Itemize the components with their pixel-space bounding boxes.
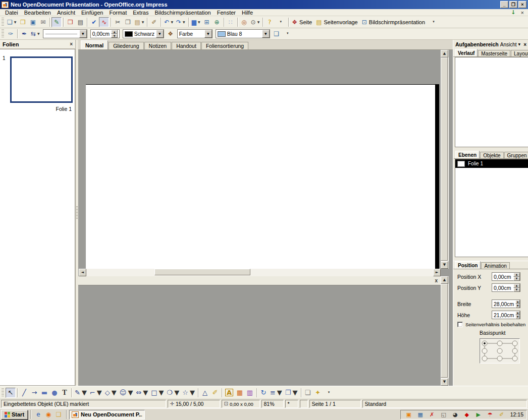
stars-button[interactable]: ☆▼ [181, 388, 196, 398]
arrange-button[interactable]: ❐▼ [284, 388, 299, 398]
pos-y-field[interactable]: 0,00cm ▲▼ [492, 283, 520, 292]
presentation-toolbar-options-button[interactable]: ▾ [429, 17, 439, 27]
rectangle-button[interactable]: ▬ [39, 388, 49, 398]
hyperlink-button[interactable]: ⊕ [212, 17, 222, 27]
callouts-dropdown-arrow[interactable]: ▼ [174, 389, 179, 396]
menu-item-einf-gen[interactable]: Einfügen [78, 9, 106, 16]
select-button[interactable]: ↖ [6, 388, 16, 398]
fill-type-select[interactable]: Farbe ▼ [177, 29, 213, 38]
new-document-button[interactable]: ❏▼ [6, 17, 18, 27]
fontwork-button[interactable]: A [224, 388, 235, 398]
history-list[interactable] [455, 57, 528, 147]
slide-design-button[interactable]: ▤Seitenvorlage [314, 17, 360, 27]
fill-type-value[interactable]: Farbe [178, 31, 204, 37]
standard-toolbar-options-button[interactable]: ▾ [276, 17, 286, 27]
basepoint-grid-graphic[interactable] [482, 340, 518, 362]
connector-button[interactable]: ⌐▼ [88, 388, 103, 398]
menu-item-ansicht[interactable]: Ansicht [54, 9, 78, 16]
interaction-button[interactable]: ✦ [313, 388, 323, 398]
pos-y-down[interactable]: ▼ [513, 288, 520, 292]
line-color-dropdown-arrow[interactable]: ▼ [156, 30, 164, 38]
menu-item-extras[interactable]: Extras [130, 9, 151, 16]
height-value[interactable]: 21,00cm [492, 312, 515, 318]
from-file-button[interactable]: ▦ [235, 388, 245, 398]
line-color-value[interactable]: Schwarz [133, 31, 156, 37]
gallery-button[interactable]: ▥ [245, 388, 255, 398]
pos-y-value[interactable]: 0,00cm [492, 285, 513, 291]
pos-x-field[interactable]: 0,00cm ▲▼ [492, 272, 520, 281]
save-document-button[interactable]: ▣ [28, 17, 38, 27]
fill-color-dropdown-arrow[interactable]: ▼ [262, 30, 270, 38]
height-down[interactable]: ▼ [515, 315, 520, 319]
line-width-up[interactable]: ▲ [111, 30, 118, 34]
open-document-button[interactable]: ❒ [18, 17, 28, 27]
display-grid-button[interactable]: ∷ [226, 17, 236, 27]
task-tab-verlauf[interactable]: Verlauf [455, 49, 478, 56]
layer-tab-ebenen[interactable]: Ebenen [455, 151, 480, 158]
menu-item-datei[interactable]: Datei [2, 9, 21, 16]
layer-tab-gruppen[interactable]: Gruppen [504, 152, 528, 158]
scroll-down-button[interactable]: ▼ [441, 261, 448, 269]
stars-dropdown-arrow[interactable]: ▼ [190, 389, 195, 396]
line-style-select[interactable]: ▼ [43, 29, 87, 38]
arrow-button[interactable]: → [29, 388, 39, 398]
width-field[interactable]: 28,00cm ▲▼ [492, 299, 520, 308]
scroll-right-button[interactable]: ► [433, 269, 441, 276]
ellipse-button[interactable]: ● [49, 388, 60, 398]
toolbar-grip[interactable] [2, 18, 4, 27]
width-up[interactable]: ▲ [515, 300, 520, 304]
auto-spellcheck-button[interactable]: ∿ [99, 17, 109, 27]
slide-thumbnail[interactable] [10, 56, 73, 103]
tray-alert[interactable]: ✗ [427, 410, 437, 419]
symbol-shapes-dropdown-arrow[interactable]: ▼ [128, 389, 133, 396]
tray-security[interactable]: ◱ [439, 410, 449, 419]
arrow-style-dropdown-arrow[interactable]: ▼ [37, 32, 40, 35]
block-arrows-button[interactable]: ⇔▼ [134, 388, 149, 398]
scroll-up-button[interactable]: ▲ [441, 50, 448, 57]
menu-item-bearbeiten[interactable]: Bearbeiten [21, 9, 54, 16]
tray-update[interactable]: ◕ [450, 410, 460, 419]
close-button[interactable]: × [518, 1, 526, 8]
position-tab-animation[interactable]: Animation [481, 262, 509, 269]
vertical-scrollbar-bottom[interactable]: ▲ ▼ [441, 276, 449, 386]
tray-quickstarter[interactable]: ▣ [404, 410, 414, 419]
toolbar-grip[interactable] [2, 388, 4, 397]
pos-x-value[interactable]: 0,00cm [492, 274, 513, 280]
document-load-icon[interactable]: ↓ [511, 10, 515, 15]
view-tab-foliensortierung[interactable]: Foliensortierung [201, 42, 248, 49]
slide-show-button[interactable]: ⊡Bildschirmpräsentation [360, 17, 428, 27]
new-document-dropdown-arrow[interactable]: ▼ [14, 21, 17, 24]
line-color-select[interactable]: Schwarz ▼ [123, 29, 164, 38]
view-tab-notizen[interactable]: Notizen [144, 42, 172, 49]
insert-slide-button[interactable]: ❖Seite [290, 17, 314, 27]
line-attributes-button[interactable]: ✒ [19, 29, 29, 39]
pos-x-down[interactable]: ▼ [513, 277, 520, 281]
insert-chart-button[interactable]: ▆▼ [190, 17, 202, 27]
bottom-pane-close-button[interactable]: x [435, 278, 438, 283]
fill-color-select[interactable]: Blau 8 ▼ [216, 29, 270, 38]
restore-button[interactable]: ❐ [509, 1, 517, 8]
basepoint-grid[interactable] [480, 338, 520, 364]
minimize-button[interactable]: _ [500, 1, 508, 8]
quicklaunch-folder-button[interactable]: ❑ [54, 410, 64, 419]
connector-dropdown-arrow[interactable]: ▼ [97, 389, 102, 396]
redo-button[interactable]: ↷▼ [175, 17, 187, 27]
flowcharts-dropdown-arrow[interactable]: ▼ [159, 389, 164, 396]
export-pdf-button[interactable]: ❒ [65, 17, 75, 27]
tray-antivirus[interactable]: ☂ [485, 410, 495, 419]
taskbar-window-button[interactable]: Neu OpenDocument P... [69, 410, 145, 419]
quicklaunch-ie-button[interactable]: e [33, 410, 43, 419]
document-close-button[interactable]: × [521, 10, 524, 16]
scroll-up-button[interactable]: ▲ [441, 276, 448, 284]
menu-item-format[interactable]: Format [106, 9, 130, 16]
layer-list-item[interactable]: Folie 1 [455, 159, 528, 168]
paste-dropdown-arrow[interactable]: ▼ [142, 21, 144, 24]
position-tab-position[interactable]: Position [455, 261, 481, 269]
layer-tab-objekte[interactable]: Objekte [480, 152, 503, 158]
view-tab-normal[interactable]: Normal [81, 40, 108, 49]
zoom-button[interactable]: ⊙▼ [249, 17, 261, 27]
fill-type-dropdown-arrow[interactable]: ▼ [204, 30, 212, 38]
insert-table-button[interactable]: ⊞ [202, 17, 212, 27]
pos-x-up[interactable]: ▲ [513, 273, 520, 277]
redo-dropdown-arrow[interactable]: ▼ [183, 21, 185, 24]
